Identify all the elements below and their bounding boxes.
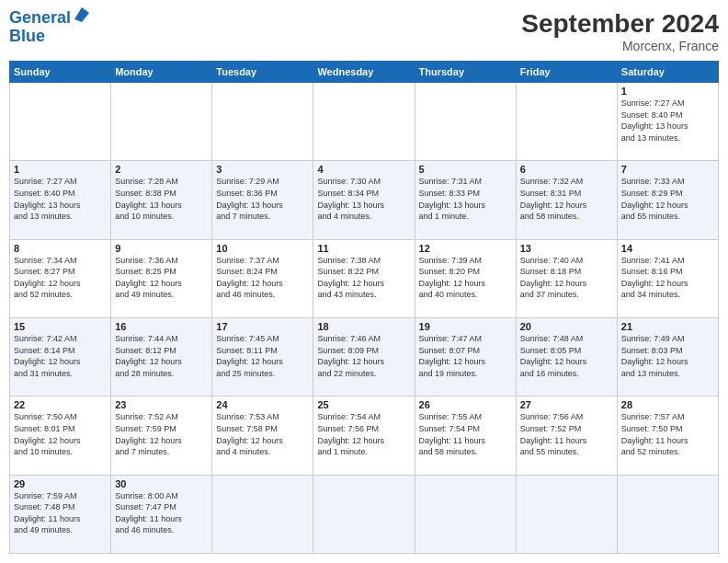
day-info: Sunrise: 7:41 AMSunset: 8:16 PMDaylight:… — [621, 255, 714, 301]
day-number: 8 — [14, 243, 107, 254]
table-row: 26Sunrise: 7:55 AMSunset: 7:54 PMDayligh… — [415, 396, 516, 475]
logo-blue: Blue — [9, 27, 45, 45]
day-number: 20 — [520, 321, 613, 332]
day-number: 2 — [115, 164, 208, 175]
day-number: 10 — [216, 243, 309, 254]
day-info: Sunrise: 7:32 AMSunset: 8:31 PMDaylight:… — [520, 176, 613, 222]
day-info: Sunrise: 7:34 AMSunset: 8:27 PMDaylight:… — [14, 255, 107, 301]
calendar-week-row: 8Sunrise: 7:34 AMSunset: 8:27 PMDaylight… — [10, 239, 719, 317]
day-number: 21 — [621, 321, 714, 332]
calendar-week-row: 1Sunrise: 7:27 AMSunset: 8:40 PMDaylight… — [10, 161, 719, 239]
col-sunday: Sunday — [10, 62, 111, 83]
day-info: Sunrise: 7:44 AMSunset: 8:12 PMDaylight:… — [115, 333, 208, 379]
day-info: Sunrise: 7:42 AMSunset: 8:14 PMDaylight:… — [14, 333, 107, 379]
day-info: Sunrise: 7:33 AMSunset: 8:29 PMDaylight:… — [621, 176, 714, 222]
calendar-week-row: 22Sunrise: 7:50 AMSunset: 8:01 PMDayligh… — [10, 396, 719, 475]
logo-icon — [73, 6, 91, 24]
table-row: 11Sunrise: 7:38 AMSunset: 8:22 PMDayligh… — [313, 239, 415, 317]
day-number: 22 — [14, 399, 107, 410]
calendar-week-row: 29Sunrise: 7:59 AMSunset: 7:48 PMDayligh… — [10, 475, 719, 553]
day-info: Sunrise: 7:36 AMSunset: 8:25 PMDaylight:… — [115, 255, 208, 301]
day-info: Sunrise: 7:27 AMSunset: 8:40 PMDaylight:… — [14, 176, 107, 222]
day-info: Sunrise: 8:00 AMSunset: 7:47 PMDaylight:… — [115, 490, 208, 536]
month-title: September 2024 — [521, 9, 719, 39]
title-block: September 2024 Morcenx, France — [521, 9, 719, 53]
day-number: 25 — [317, 399, 410, 410]
table-row: 20Sunrise: 7:48 AMSunset: 8:05 PMDayligh… — [516, 317, 617, 396]
table-row: 14Sunrise: 7:41 AMSunset: 8:16 PMDayligh… — [617, 239, 718, 317]
table-row: 21Sunrise: 7:49 AMSunset: 8:03 PMDayligh… — [617, 317, 718, 396]
table-row — [212, 83, 313, 161]
table-row: 4Sunrise: 7:30 AMSunset: 8:34 PMDaylight… — [313, 161, 415, 239]
day-info: Sunrise: 7:52 AMSunset: 7:59 PMDaylight:… — [115, 411, 208, 457]
table-row: 6Sunrise: 7:32 AMSunset: 8:31 PMDaylight… — [516, 161, 617, 239]
table-row: 27Sunrise: 7:56 AMSunset: 7:52 PMDayligh… — [516, 396, 617, 475]
table-row: 28Sunrise: 7:57 AMSunset: 7:50 PMDayligh… — [617, 396, 718, 475]
day-number: 14 — [621, 243, 714, 254]
day-number: 4 — [317, 164, 410, 175]
table-row — [212, 475, 313, 553]
table-row — [313, 83, 415, 161]
table-row: 5Sunrise: 7:31 AMSunset: 8:33 PMDaylight… — [415, 161, 516, 239]
col-wednesday: Wednesday — [313, 62, 415, 83]
table-row: 12Sunrise: 7:39 AMSunset: 8:20 PMDayligh… — [415, 239, 516, 317]
day-info: Sunrise: 7:39 AMSunset: 8:20 PMDaylight:… — [419, 255, 512, 301]
calendar-table: Sunday Monday Tuesday Wednesday Thursday… — [9, 61, 719, 554]
table-row: 19Sunrise: 7:47 AMSunset: 8:07 PMDayligh… — [415, 317, 516, 396]
table-row: 7Sunrise: 7:33 AMSunset: 8:29 PMDaylight… — [617, 161, 718, 239]
calendar-header-row: Sunday Monday Tuesday Wednesday Thursday… — [10, 62, 719, 83]
table-row: 2Sunrise: 7:28 AMSunset: 8:38 PMDaylight… — [111, 161, 212, 239]
day-number: 3 — [216, 164, 309, 175]
table-row — [415, 475, 516, 553]
day-info: Sunrise: 7:49 AMSunset: 8:03 PMDaylight:… — [621, 333, 714, 379]
table-row: 18Sunrise: 7:46 AMSunset: 8:09 PMDayligh… — [313, 317, 415, 396]
day-info: Sunrise: 7:54 AMSunset: 7:56 PMDaylight:… — [317, 411, 410, 457]
table-row: 8Sunrise: 7:34 AMSunset: 8:27 PMDaylight… — [10, 239, 111, 317]
day-info: Sunrise: 7:56 AMSunset: 7:52 PMDaylight:… — [520, 411, 613, 457]
table-row — [10, 83, 111, 161]
table-row: 10Sunrise: 7:37 AMSunset: 8:24 PMDayligh… — [212, 239, 313, 317]
table-row: 13Sunrise: 7:40 AMSunset: 8:18 PMDayligh… — [516, 239, 617, 317]
day-info: Sunrise: 7:38 AMSunset: 8:22 PMDaylight:… — [317, 255, 410, 301]
day-number: 28 — [621, 399, 714, 410]
day-number: 17 — [216, 321, 309, 332]
day-number: 13 — [520, 243, 613, 254]
day-info: Sunrise: 7:57 AMSunset: 7:50 PMDaylight:… — [621, 411, 714, 457]
logo-text: General — [9, 9, 71, 28]
page: General Blue September 2024 Morcenx, Fra… — [0, 0, 728, 563]
day-number: 7 — [621, 164, 714, 175]
table-row — [313, 475, 415, 553]
day-info: Sunrise: 7:53 AMSunset: 7:58 PMDaylight:… — [216, 411, 309, 457]
day-info: Sunrise: 7:55 AMSunset: 7:54 PMDaylight:… — [419, 411, 512, 457]
col-monday: Monday — [111, 62, 212, 83]
table-row: 1Sunrise: 7:27 AMSunset: 8:40 PMDaylight… — [617, 83, 718, 161]
logo: General Blue — [9, 9, 91, 46]
table-row: 9Sunrise: 7:36 AMSunset: 8:25 PMDaylight… — [111, 239, 212, 317]
table-row: 3Sunrise: 7:29 AMSunset: 8:36 PMDaylight… — [212, 161, 313, 239]
table-row — [617, 475, 718, 553]
day-number: 6 — [520, 164, 613, 175]
day-number: 18 — [317, 321, 410, 332]
day-info: Sunrise: 7:37 AMSunset: 8:24 PMDaylight:… — [216, 255, 309, 301]
table-row: 30Sunrise: 8:00 AMSunset: 7:47 PMDayligh… — [111, 475, 212, 553]
day-info: Sunrise: 7:40 AMSunset: 8:18 PMDaylight:… — [520, 255, 613, 301]
day-info: Sunrise: 7:29 AMSunset: 8:36 PMDaylight:… — [216, 176, 309, 222]
day-number: 9 — [115, 243, 208, 254]
day-number: 30 — [115, 478, 208, 489]
day-info: Sunrise: 7:47 AMSunset: 8:07 PMDaylight:… — [419, 333, 512, 379]
day-info: Sunrise: 7:50 AMSunset: 8:01 PMDaylight:… — [14, 411, 107, 457]
table-row: 24Sunrise: 7:53 AMSunset: 7:58 PMDayligh… — [212, 396, 313, 475]
day-info: Sunrise: 7:59 AMSunset: 7:48 PMDaylight:… — [14, 490, 107, 536]
day-info: Sunrise: 7:30 AMSunset: 8:34 PMDaylight:… — [317, 176, 410, 222]
logo-general: General — [9, 8, 71, 27]
day-number: 15 — [14, 321, 107, 332]
day-number: 29 — [14, 478, 107, 489]
table-row: 25Sunrise: 7:54 AMSunset: 7:56 PMDayligh… — [313, 396, 415, 475]
table-row: 16Sunrise: 7:44 AMSunset: 8:12 PMDayligh… — [111, 317, 212, 396]
day-number: 24 — [216, 399, 309, 410]
day-number: 26 — [419, 399, 512, 410]
col-friday: Friday — [516, 62, 617, 83]
location: Morcenx, France — [521, 39, 719, 53]
day-info: Sunrise: 7:48 AMSunset: 8:05 PMDaylight:… — [520, 333, 613, 379]
day-info: Sunrise: 7:27 AMSunset: 8:40 PMDaylight:… — [621, 98, 714, 144]
